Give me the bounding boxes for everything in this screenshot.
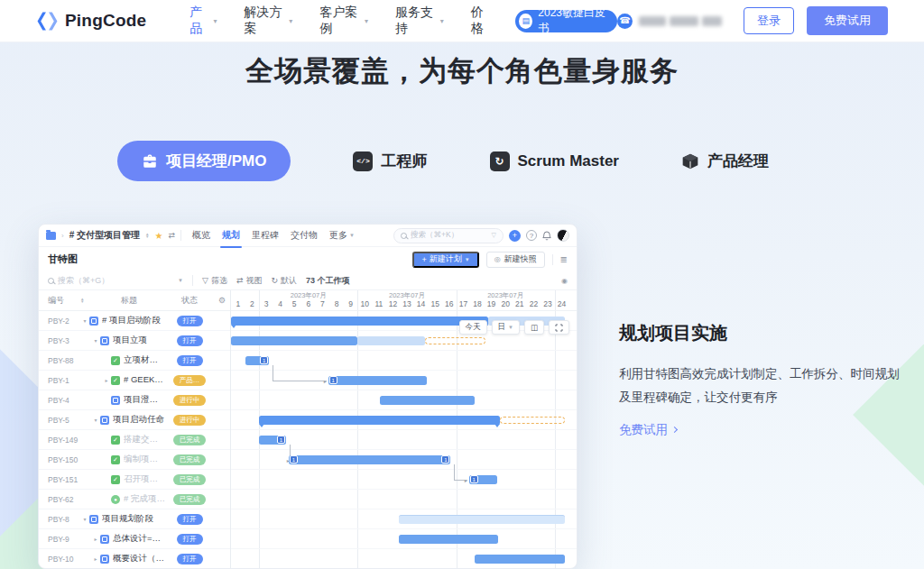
expand-caret-icon[interactable]: ▾ <box>91 337 100 344</box>
status-badge[interactable]: 打开 <box>177 316 203 326</box>
table-row[interactable]: PBY-149✓搭建交付群和工作台已完成 <box>39 430 230 450</box>
status-badge[interactable]: 产品… <box>173 375 207 386</box>
work-item-title[interactable]: 搭建交付群和工作台 <box>124 434 165 445</box>
gantt-search-input[interactable]: 搜索（⌘+G） ▼ <box>48 275 183 287</box>
new-snapshot-button[interactable]: ◎ 新建快照 <box>486 252 545 268</box>
status-badge[interactable]: 打开 <box>177 534 203 545</box>
work-item-title[interactable]: 项目立项 <box>113 335 147 346</box>
gantt-bar[interactable] <box>231 336 357 345</box>
status-badge[interactable]: 打开 <box>177 514 203 525</box>
status-badge[interactable]: 打开 <box>177 355 203 366</box>
table-row[interactable]: PBY-1▸✓# GEEKBOOKS 极...产品… <box>39 371 230 390</box>
status-badge[interactable]: 已完成 <box>173 454 207 465</box>
login-button[interactable]: 登录 <box>744 7 794 34</box>
role-tab-工程师[interactable]: </>工程师 <box>353 151 427 171</box>
status-badge[interactable]: 打开 <box>177 554 203 564</box>
split-view-button[interactable]: ◫ <box>524 320 544 335</box>
gantt-bar[interactable] <box>380 396 475 405</box>
favorite-star-icon[interactable]: ★ <box>154 231 162 241</box>
today-button[interactable]: 今天 <box>459 320 487 335</box>
user-avatar[interactable] <box>557 229 569 242</box>
app-search-input[interactable]: 搜索（⌘+K） ▽ <box>393 228 504 243</box>
time-unit-select[interactable]: 日 ▼ <box>492 320 520 335</box>
swap-icon[interactable]: ⇄ <box>168 231 175 240</box>
role-tab-项目经理/PMO[interactable]: 项目经理/PMO <box>117 141 291 181</box>
work-item-title[interactable]: 项目启动任命 <box>113 414 164 426</box>
table-row[interactable]: PBY-9▸总体设计=实施方案（...打开 <box>39 529 230 549</box>
work-item-title[interactable]: 总体设计=实施方案（... <box>113 533 165 545</box>
work-item-title[interactable]: # 完成项目启动阶段... <box>124 493 165 505</box>
work-item-title[interactable]: # 项目启动阶段 <box>102 315 161 326</box>
app-tab-里程碑[interactable]: 里程碑 <box>252 229 279 242</box>
create-button[interactable]: + <box>509 230 521 242</box>
feature-trial-link[interactable]: 免费试用 <box>619 422 903 438</box>
app-tab-规划[interactable]: 规划 <box>222 229 240 242</box>
expand-caret-icon[interactable]: ▾ <box>80 516 89 522</box>
new-plan-button[interactable]: + 新建计划 ▼ <box>412 252 478 268</box>
view-button[interactable]: ⇄ 视图 <box>236 275 263 287</box>
table-row[interactable]: PBY-150✓编制项目章程已完成 <box>39 450 230 470</box>
gantt-bar[interactable] <box>399 535 499 544</box>
column-id[interactable]: 编号 <box>39 295 80 307</box>
gantt-bar[interactable] <box>328 376 427 385</box>
gantt-bar[interactable] <box>259 416 500 425</box>
table-row[interactable]: PBY-4项目澄清交底进行中 <box>39 390 230 410</box>
table-row[interactable]: PBY-88✓立项材料编辑打开 <box>39 351 230 371</box>
nav-item-客户案例[interactable]: 客户案例▾ <box>319 5 368 37</box>
gantt-bar[interactable] <box>399 515 565 524</box>
work-item-title[interactable]: 召开项目开工会 <box>124 473 165 485</box>
column-title[interactable]: 标题 <box>93 295 165 307</box>
gantt-bar[interactable] <box>289 455 450 464</box>
project-title[interactable]: # 交付型项目管理 <box>69 229 140 242</box>
expand-caret-icon[interactable]: ▸ <box>91 555 100 562</box>
app-tab-概览[interactable]: 概览 <box>192 229 210 242</box>
pingcode-logo[interactable]: PingCode <box>36 10 146 32</box>
nav-item-价格[interactable]: 价格 <box>471 5 493 37</box>
work-item-title[interactable]: 立项材料编辑 <box>124 354 165 366</box>
bell-icon[interactable] <box>542 231 551 241</box>
role-tab-Scrum Master[interactable]: ↻Scrum Master <box>490 151 619 171</box>
table-row[interactable]: PBY-5▾项目启动任命进行中 <box>39 410 230 430</box>
work-item-title[interactable]: 概要设计（分） <box>113 553 165 564</box>
free-trial-button[interactable]: 免费试用 <box>807 6 888 35</box>
work-item-title[interactable]: 项目规划阶段 <box>102 513 153 525</box>
nav-item-产品[interactable]: 产品▾ <box>189 5 217 37</box>
project-switch-icon[interactable]: ▲▼ <box>145 233 149 239</box>
fullscreen-button[interactable] <box>549 320 569 335</box>
expand-caret-icon[interactable]: ▸ <box>102 377 111 383</box>
gantt-bar[interactable] <box>500 417 565 424</box>
gear-icon[interactable]: ⚙ <box>214 296 230 305</box>
table-row[interactable]: PBY-8▾项目规划阶段打开 <box>39 509 230 529</box>
list-view-icon[interactable]: ≣ <box>560 254 568 264</box>
expand-caret-icon[interactable]: ▾ <box>80 317 89 324</box>
table-row[interactable]: PBY-10▸概要设计（分）打开 <box>39 549 230 569</box>
table-row[interactable]: PBY-62●# 完成项目启动阶段...已完成 <box>39 490 230 509</box>
whitepaper-badge[interactable]: ▤ 2023敏捷白皮书 <box>515 10 617 32</box>
help-icon[interactable]: ? <box>526 230 537 241</box>
gantt-bar[interactable] <box>231 317 488 326</box>
table-row[interactable]: PBY-3▾项目立项打开 <box>39 331 230 351</box>
work-item-title[interactable]: 编制项目章程 <box>124 454 165 465</box>
gantt-bar[interactable] <box>475 555 565 564</box>
table-row[interactable]: PBY-151✓召开项目开工会已完成 <box>39 470 230 490</box>
status-badge[interactable]: 进行中 <box>173 415 207 426</box>
sort-icon[interactable]: ▲▼ <box>80 298 93 304</box>
nav-item-解决方案[interactable]: 解决方案▾ <box>245 5 293 37</box>
role-tab-产品经理[interactable]: 产品经理 <box>681 151 769 171</box>
status-badge[interactable]: 打开 <box>177 335 203 346</box>
nav-item-服务支持[interactable]: 服务支持▾ <box>395 5 444 37</box>
table-row[interactable]: PBY-2▾# 项目启动阶段打开 <box>39 311 230 331</box>
gantt-bar[interactable] <box>425 337 485 344</box>
app-tab-更多[interactable]: 更多▼ <box>329 229 355 242</box>
app-tab-交付物[interactable]: 交付物 <box>291 229 318 242</box>
work-item-title[interactable]: 项目澄清交底 <box>124 394 165 406</box>
gantt-bar[interactable] <box>357 336 425 345</box>
status-badge[interactable]: 已完成 <box>173 435 207 445</box>
status-badge[interactable]: 已完成 <box>173 474 207 485</box>
status-badge[interactable]: 进行中 <box>173 395 207 406</box>
work-item-title[interactable]: # GEEKBOOKS 极... <box>124 374 165 386</box>
expand-caret-icon[interactable]: ▸ <box>91 536 100 542</box>
default-view-button[interactable]: ↻ 默认 <box>271 275 297 287</box>
locate-icon[interactable]: ◉ <box>561 277 568 285</box>
filter-button[interactable]: ▽ 筛选 <box>202 275 227 287</box>
